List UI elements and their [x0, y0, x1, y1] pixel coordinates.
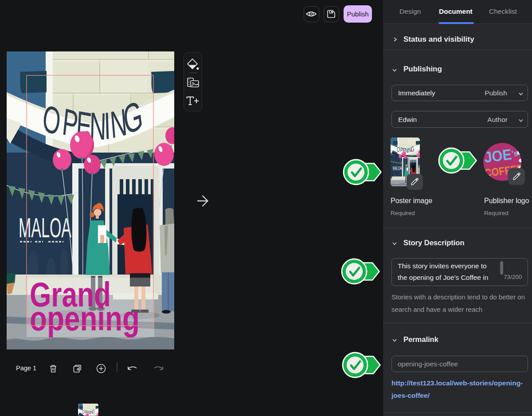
svg-text:JOE: JOE — [483, 145, 512, 165]
svg-text:'s: 's — [511, 149, 519, 159]
svg-text:opening: opening — [30, 299, 140, 338]
